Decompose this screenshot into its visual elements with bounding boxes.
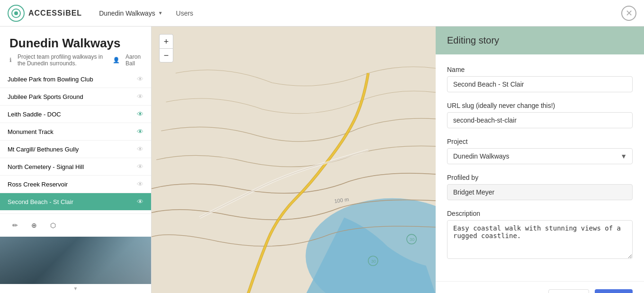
edit-panel-footer: Cancel Save [436,281,644,293]
list-item[interactable]: Mt Cargill/ Bethunes Gully 👁 [0,141,151,158]
edit-panel-header: Editing story [436,27,644,54]
edit-story-button[interactable]: ✏ [8,218,23,233]
project-select[interactable]: Dunedin Walkways [447,148,633,164]
list-item[interactable]: Jubilee Park from Bowling Club 👁 [0,71,151,88]
nav-users-button[interactable]: Users [176,9,194,17]
slug-label: URL slug (ideally never change this!) [447,102,633,109]
nav-project-name: Dunedin Walkways [99,9,155,17]
chevron-down-icon: ▼ [158,10,163,16]
profiled-by-input[interactable] [447,184,633,200]
edit-panel-title: Editing story [447,35,633,46]
map-svg: 50 m 100 m 30 30 [152,27,436,293]
slug-input[interactable] [447,112,633,128]
edit-panel: Editing story Name URL slug (ideally nev… [436,27,644,293]
project-select-wrapper: Dunedin Walkways ▼ [447,148,633,164]
map-area: 50 m 100 m 30 30 + − [152,27,436,293]
add-location-button[interactable]: ⊕ [27,218,42,233]
name-input[interactable] [447,76,633,92]
form-group-project: Project Dunedin Walkways ▼ [447,138,633,164]
thumbnail-image [0,237,151,284]
scroll-indicator-bottom: ▼ [0,284,151,293]
form-group-slug: URL slug (ideally never change this!) [447,102,633,128]
form-group-profiled-by: Profiled by [447,174,633,200]
save-button[interactable]: Save [595,289,633,293]
eye-icon: 👁 [137,145,143,153]
name-label: Name [447,66,633,73]
info-icon: ℹ [9,57,12,63]
sidebar-thumbnail [0,237,151,284]
project-label: Project [447,138,633,145]
sidebar-actions: ✏ ⊕ ⬡ [0,213,151,237]
sidebar-list: Jubilee Park from Bowling Club 👁 Jubilee… [0,71,151,213]
eye-icon: 👁 [137,198,143,205]
form-group-name: Name [447,66,633,92]
sidebar-meta-user: Aaron Ball [125,53,142,67]
sidebar: Dunedin Walkways ℹ Project team profilin… [0,27,152,293]
zoom-in-button[interactable]: + [159,34,173,48]
list-item[interactable]: Monument Track 👁 [0,123,151,141]
list-item[interactable]: Leith Saddle - DOC 👁 [0,106,151,123]
eye-icon: 👁 [137,163,143,170]
logo: ACCESSiBEL [8,5,82,22]
main-area: Dunedin Walkways ℹ Project team profilin… [0,27,644,293]
svg-point-1 [14,11,18,15]
logo-text: ACCESSiBEL [28,9,82,18]
edit-icon: ✏ [12,222,18,229]
add-polygon-button[interactable]: ⬡ [45,218,61,233]
description-textarea[interactable] [447,220,633,259]
list-item[interactable]: Ross Creek Reservoir 👁 [0,176,151,193]
location-icon: ⊕ [31,222,37,229]
map-controls: + − [159,34,173,62]
sidebar-header: Dunedin Walkways ℹ Project team profilin… [0,27,151,71]
eye-icon: 👁 [137,110,143,118]
list-item[interactable]: North Cemetery - Signal Hill 👁 [0,158,151,176]
sidebar-meta: ℹ Project team profiling walkways in the… [9,53,142,67]
polygon-icon: ⬡ [50,222,56,229]
profiled-by-label: Profiled by [447,174,633,181]
eye-icon: 👁 [137,93,143,100]
svg-text:30: 30 [371,259,376,264]
edit-panel-body: Name URL slug (ideally never change this… [436,54,644,281]
sidebar-title: Dunedin Walkways [9,36,142,51]
logo-icon [8,5,25,22]
cancel-button[interactable]: Cancel [548,289,589,293]
list-item-active[interactable]: Second Beach - St Clair 👁 [0,193,151,211]
eye-icon: 👁 [137,128,143,135]
close-button[interactable]: ✕ [621,6,636,21]
svg-text:30: 30 [410,237,414,242]
navbar: ACCESSiBEL Dunedin Walkways ▼ Users ✕ [0,0,644,27]
user-icon: 👤 [113,57,120,63]
eye-icon: 👁 [137,75,143,83]
zoom-out-button[interactable]: − [159,48,173,62]
sidebar-meta-info: Project team profiling walkways in the D… [18,53,107,67]
nav-project-button[interactable]: Dunedin Walkways ▼ [93,7,168,20]
form-group-description: Description [447,210,633,260]
list-item[interactable]: Jubilee Park Sports Ground 👁 [0,88,151,106]
eye-icon: 👁 [137,180,143,188]
description-label: Description [447,210,633,217]
